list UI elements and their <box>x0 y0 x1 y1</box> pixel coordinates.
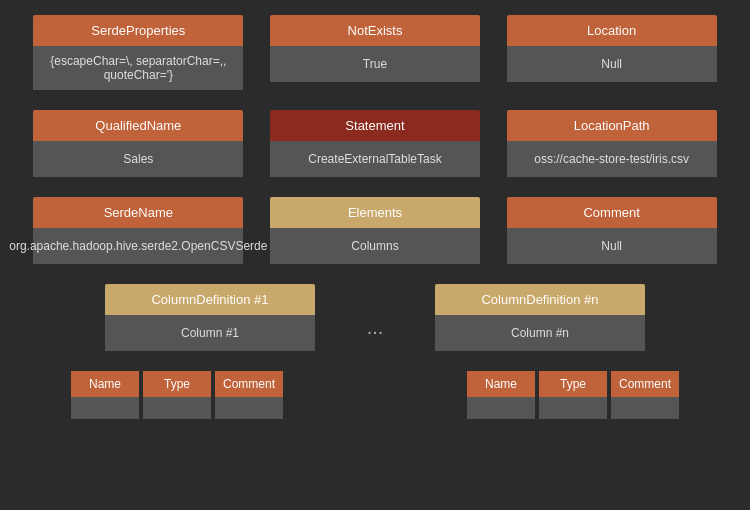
row-2: QualifiedName Sales Statement CreateExte… <box>20 110 730 177</box>
card-header-qualified-name: QualifiedName <box>33 110 243 141</box>
card-header-location-path: LocationPath <box>507 110 717 141</box>
card-serde-properties: SerdeProperties {escapeChar=\, separator… <box>33 15 243 90</box>
card-header-not-exists: NotExists <box>270 15 480 46</box>
small-group-1: Name Type Comment <box>71 371 283 419</box>
card-col-def-1: ColumnDefinition #1 Column #1 <box>105 284 315 351</box>
card-value-qualified-name: Sales <box>33 141 243 177</box>
card-value-col-def-1: Column #1 <box>105 315 315 351</box>
small-card-type-1: Type <box>143 371 211 419</box>
row-5: Name Type Comment Name Type Co <box>20 371 730 419</box>
small-card-value-type-2 <box>539 397 607 419</box>
card-value-statement: CreateExternalTableTask <box>270 141 480 177</box>
card-value-elements: Columns <box>270 228 480 264</box>
card-serde-name: SerdeName org.apache.hadoop.hive.serde2.… <box>33 197 243 264</box>
card-comment: Comment Null <box>507 197 717 264</box>
small-card-value-comment-2 <box>611 397 679 419</box>
small-card-name-2: Name <box>467 371 535 419</box>
small-card-header-name-2: Name <box>467 371 535 397</box>
card-header-col-def-1: ColumnDefinition #1 <box>105 284 315 315</box>
card-not-exists: NotExists True <box>270 15 480 90</box>
card-value-col-def-n: Column #n <box>435 315 645 351</box>
small-card-header-comment-2: Comment <box>611 371 679 397</box>
small-card-value-comment-1 <box>215 397 283 419</box>
small-card-value-type-1 <box>143 397 211 419</box>
small-group-2: Name Type Comment <box>467 371 679 419</box>
card-elements: Elements Columns <box>270 197 480 264</box>
row-3: SerdeName org.apache.hadoop.hive.serde2.… <box>20 197 730 264</box>
small-card-name-1: Name <box>71 371 139 419</box>
card-value-location: Null <box>507 46 717 82</box>
card-header-serde-name: SerdeName <box>33 197 243 228</box>
small-card-value-name-1 <box>71 397 139 419</box>
card-location: Location Null <box>507 15 717 90</box>
card-header-statement: Statement <box>270 110 480 141</box>
diagram: SerdeProperties {escapeChar=\, separator… <box>0 0 750 434</box>
card-value-serde-properties: {escapeChar=\, separatorChar=,, quoteCha… <box>33 46 243 90</box>
card-value-comment: Null <box>507 228 717 264</box>
small-card-type-2: Type <box>539 371 607 419</box>
card-header-col-def-n: ColumnDefinition #n <box>435 284 645 315</box>
card-statement: Statement CreateExternalTableTask <box>270 110 480 177</box>
small-card-comment-2: Comment <box>611 371 679 419</box>
ellipsis-connector: ... <box>345 296 405 339</box>
card-col-def-n: ColumnDefinition #n Column #n <box>435 284 645 351</box>
card-qualified-name: QualifiedName Sales <box>33 110 243 177</box>
small-card-header-type-2: Type <box>539 371 607 397</box>
small-card-header-comment-1: Comment <box>215 371 283 397</box>
small-card-value-name-2 <box>467 397 535 419</box>
row-4: ColumnDefinition #1 Column #1 ... Column… <box>20 284 730 351</box>
small-card-header-name-1: Name <box>71 371 139 397</box>
small-card-comment-1: Comment <box>215 371 283 419</box>
card-value-location-path: oss://cache-store-test/iris.csv <box>507 141 717 177</box>
card-value-serde-name: org.apache.hadoop.hive.serde2.OpenCSVSer… <box>33 228 243 264</box>
card-header-location: Location <box>507 15 717 46</box>
card-header-elements: Elements <box>270 197 480 228</box>
card-value-not-exists: True <box>270 46 480 82</box>
row-1: SerdeProperties {escapeChar=\, separator… <box>20 15 730 90</box>
card-location-path: LocationPath oss://cache-store-test/iris… <box>507 110 717 177</box>
small-card-header-type-1: Type <box>143 371 211 397</box>
card-header-serde-properties: SerdeProperties <box>33 15 243 46</box>
card-header-comment: Comment <box>507 197 717 228</box>
